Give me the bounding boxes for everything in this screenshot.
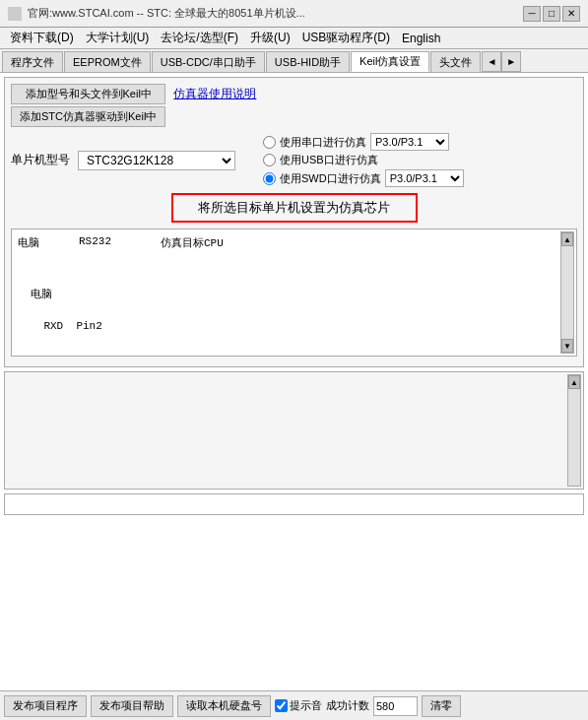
minimize-button[interactable]: ─: [523, 6, 541, 22]
count-label: 成功计数: [326, 698, 369, 713]
add-driver-button[interactable]: 添加STC仿真器驱动到Keil中: [11, 106, 165, 127]
menu-download[interactable]: 资料下载(D): [4, 28, 80, 48]
tab-usb-cdc[interactable]: USB-CDC/串口助手: [152, 51, 265, 72]
menu-university[interactable]: 大学计划(U): [80, 28, 156, 48]
swd-port-select[interactable]: P3.0/P3.1: [385, 169, 464, 187]
scroll-down-button[interactable]: ▼: [561, 339, 573, 353]
radio-usb: 使用USB口进行仿真: [263, 153, 464, 167]
diagram-labels: 电脑 RS232 仿真目标CPU: [18, 235, 570, 250]
scroll-up-button[interactable]: ▲: [561, 232, 573, 246]
read-hdd-button[interactable]: 读取本机硬盘号: [177, 695, 271, 717]
bottom-scroll-up[interactable]: ▲: [568, 375, 580, 389]
radio-serial: 使用串口进行仿真 P3.0/P3.1: [263, 133, 464, 151]
tab-header-file[interactable]: 头文件: [430, 51, 481, 72]
diagram-pc-label: 电脑: [18, 235, 39, 250]
input-area[interactable]: [4, 493, 584, 515]
tab-usb-hid[interactable]: USB-HID助手: [266, 51, 350, 72]
tab-eeprom[interactable]: EEPROM文件: [64, 51, 151, 72]
diagram-scrollbar[interactable]: ▲ ▼: [560, 231, 574, 354]
tab-next-button[interactable]: ►: [501, 51, 521, 72]
radio-swd-label: 使用SWD口进行仿真: [280, 171, 381, 186]
diagram-rs232-label: RS232: [79, 235, 111, 250]
radio-usb-input[interactable]: [263, 154, 276, 166]
title-bar: 官网:www.STCAI.com -- STC: 全球最大的8051单片机设..…: [0, 0, 588, 28]
menu-usb-driver[interactable]: USB驱动程序(D): [296, 28, 396, 48]
sound-label: 提示音: [290, 698, 322, 713]
status-bar: 发布项目程序 发布项目帮助 读取本机硬盘号 提示音 成功计数 清零: [0, 690, 588, 720]
add-to-keil-button[interactable]: 添加型号和头文件到Keil中: [11, 84, 165, 104]
publish-help-button[interactable]: 发布项目帮助: [91, 695, 173, 717]
menu-upgrade[interactable]: 升级(U): [244, 28, 296, 48]
mcu-label: 单片机型号: [11, 152, 70, 168]
sound-checkbox[interactable]: [275, 699, 288, 712]
add-buttons-group: 添加型号和头文件到Keil中 添加STC仿真器驱动到Keil中: [11, 84, 165, 127]
mcu-select[interactable]: STC32G12K128: [78, 151, 235, 170]
maximize-button[interactable]: □: [543, 6, 560, 22]
radio-usb-label: 使用USB口进行仿真: [280, 153, 378, 167]
radio-swd: 使用SWD口进行仿真 P3.0/P3.1: [263, 169, 464, 187]
simulator-link[interactable]: 仿真器使用说明: [173, 84, 256, 102]
bottom-panel: ▲: [4, 371, 584, 490]
tab-bar: 程序文件 EEPROM文件 USB-CDC/串口助手 USB-HID助手 Kei…: [0, 49, 588, 73]
menu-english[interactable]: English: [396, 30, 446, 47]
diagram-ascii: 电脑 RXD Pin2 TXD Pin3 GND Pin5 RS232 ┌───…: [18, 256, 570, 357]
close-button[interactable]: ✕: [562, 6, 580, 22]
app-icon: [8, 7, 22, 21]
mcu-row: 单片机型号 STC32G12K128 使用串口进行仿真 P3.0/P3.1 使用…: [11, 133, 577, 187]
menu-forum[interactable]: 去论坛/选型(F): [155, 28, 244, 48]
main-panel: 添加型号和头文件到Keil中 添加STC仿真器驱动到Keil中 仿真器使用说明 …: [4, 77, 584, 367]
diagram-cpu-label: 仿真目标CPU: [161, 235, 224, 250]
publish-program-button[interactable]: 发布项目程序: [4, 695, 87, 717]
tab-program-file[interactable]: 程序文件: [2, 51, 63, 72]
radio-swd-input[interactable]: [263, 172, 276, 185]
tab-keil-sim[interactable]: Keil仿真设置: [351, 51, 429, 72]
menu-bar: 资料下载(D) 大学计划(U) 去论坛/选型(F) 升级(U) USB驱动程序(…: [0, 28, 588, 49]
radio-serial-label: 使用串口进行仿真: [280, 135, 366, 150]
sound-checkbox-group: 提示音: [275, 698, 322, 713]
count-field: 成功计数: [326, 696, 418, 716]
serial-port-select[interactable]: P3.0/P3.1: [370, 133, 449, 151]
radio-group: 使用串口进行仿真 P3.0/P3.1 使用USB口进行仿真 使用SWD口进行仿真…: [263, 133, 464, 187]
count-input[interactable]: [373, 696, 418, 716]
window-title: 官网:www.STCAI.com -- STC: 全球最大的8051单片机设..…: [28, 6, 305, 21]
diagram-area: 电脑 RS232 仿真目标CPU 电脑 RXD Pin2 TXD Pin3 GN…: [11, 229, 577, 357]
set-sim-chip-button[interactable]: 将所选目标单片机设置为仿真芯片: [171, 193, 418, 223]
tab-prev-button[interactable]: ◄: [482, 51, 501, 72]
radio-serial-input[interactable]: [263, 136, 276, 149]
bottom-scrollbar[interactable]: ▲: [567, 374, 581, 487]
clear-button[interactable]: 清零: [422, 695, 461, 717]
